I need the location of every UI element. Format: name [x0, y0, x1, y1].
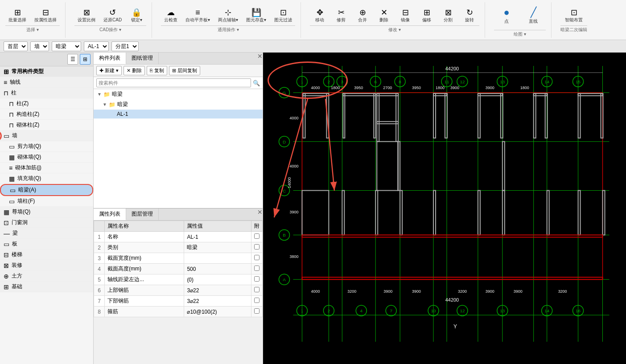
modify-group-label: 修改 ▾: [310, 25, 479, 33]
row-extra-check[interactable]: [254, 298, 259, 303]
sidebar-item-column-z[interactable]: ⊓ 柱(Z): [0, 98, 93, 109]
auto-align-btn[interactable]: ≡ 自动平齐板▾: [182, 7, 213, 25]
sidebar-item-slab[interactable]: ▭ 板: [0, 239, 93, 249]
row-extra-check[interactable]: [254, 276, 259, 282]
row-extra: [251, 274, 263, 285]
sidebar-item-axis[interactable]: ≡ 轴线: [0, 77, 93, 88]
row-no: 4: [94, 264, 105, 274]
tree-arrow-child: ▼: [103, 102, 107, 107]
point-btn[interactable]: ● 点: [494, 2, 519, 29]
layer-select[interactable]: 分层1分层2: [111, 41, 139, 51]
search-icon[interactable]: 🔍: [253, 80, 260, 86]
table-row: 7 下部钢筋 3⌀22: [94, 296, 263, 307]
tab-attribute-list[interactable]: 属性列表: [94, 209, 126, 220]
inter-floor-copy-btn[interactable]: ⊞ 层间复制: [169, 66, 200, 75]
sidebar-item-shear-wall[interactable]: ▭ 剪力墙(Q): [0, 141, 93, 152]
row-extra-check[interactable]: [254, 287, 259, 292]
row-extra-check[interactable]: [254, 308, 259, 314]
delete-btn[interactable]: ✕ 删除: [374, 7, 394, 25]
sidebar-list-view-btn[interactable]: ☰: [67, 54, 78, 65]
tree-item-al1[interactable]: ▶ AL-1: [94, 110, 263, 119]
type-select[interactable]: 墙柱梁板: [30, 41, 49, 51]
copy-component-btn[interactable]: ⎘ 复制: [147, 66, 167, 75]
merge-btn[interactable]: ⊕ 合并: [353, 7, 372, 25]
rotate-icon: ↻: [466, 8, 473, 16]
cad-canvas[interactable]: 44200 1 2 3 6 8 11 12 13 14 15 4000 1800: [263, 53, 626, 364]
element-select[interactable]: 暗梁连梁剪力墙: [52, 41, 81, 51]
row-value[interactable]: AL-1: [184, 232, 251, 242]
trim-btn[interactable]: ✂ 修剪: [331, 7, 351, 25]
fill-wall-icon: ▦: [9, 175, 15, 182]
row-extra-check[interactable]: [254, 266, 259, 271]
dunwall-icon: ▦: [4, 209, 9, 216]
row-value[interactable]: 500: [184, 264, 251, 274]
tab-layer-mgmt[interactable]: 图层管理: [126, 209, 159, 220]
row-no: 8: [94, 307, 105, 317]
sidebar-grid-view-btn[interactable]: ⊞: [80, 54, 91, 65]
row-no: 5: [94, 274, 105, 285]
rotate-btn[interactable]: ↻ 旋转: [460, 7, 479, 25]
sidebar-item-wallcol[interactable]: ▭ 墙柱(F): [0, 196, 93, 207]
tree-item-anliang-child[interactable]: ▼ 📁 暗梁: [94, 99, 263, 110]
tree-item-anliang-root[interactable]: ▼ 📁 暗梁: [94, 89, 263, 99]
new-component-btn[interactable]: ✚ 新建 ▾: [96, 66, 122, 75]
attr-select-btn[interactable]: ⊟ 按属性选择: [31, 7, 60, 25]
code-select[interactable]: AL-1AL-2AL-3: [84, 41, 109, 51]
lock-btn[interactable]: 🔒 锁定▾: [127, 7, 146, 25]
row-value[interactable]: 3⌀22: [184, 296, 251, 307]
attribute-table: 属性名称 属性值 附 1 名称 AL-1 2 类别 暗梁 3 截面宽度(mm): [94, 221, 263, 317]
svg-text:C: C: [283, 188, 286, 193]
save-element-btn[interactable]: 💾 图元存盘▾: [243, 7, 269, 25]
sidebar-item-beam[interactable]: — 梁: [0, 228, 93, 239]
comp-list-close-btn[interactable]: ✕: [257, 53, 263, 64]
sidebar-item-gzhu[interactable]: ⊓ 构造柱(Z): [0, 109, 93, 120]
sidebar-item-fill-wall[interactable]: ▦ 填充墙(Q): [0, 173, 93, 184]
table-row: 5 轴线距梁左边... (0): [94, 274, 263, 285]
tab-drawing-mgmt[interactable]: 图纸管理: [126, 53, 159, 64]
two-point-btn[interactable]: ⊹ 两点辅轴▾: [215, 7, 241, 25]
mirror-btn[interactable]: ⊟ 镜像: [395, 7, 415, 25]
smart-layout-btn[interactable]: ⊡ 智能布置: [562, 7, 586, 25]
move-btn[interactable]: ✥ 移动: [310, 7, 329, 25]
restore-cad-btn[interactable]: ↺ 还原CAD: [100, 7, 125, 25]
row-extra: [251, 232, 263, 242]
delete-component-btn[interactable]: ✕ 删除: [124, 66, 145, 75]
sidebar-item-dunwall[interactable]: ▦ 尊墙(Q): [0, 207, 93, 217]
row-value[interactable]: 暗梁: [184, 242, 251, 253]
sidebar-item-masonry-wall[interactable]: ▦ 砌体墙(Q): [0, 152, 93, 163]
row-extra-check[interactable]: [254, 233, 259, 239]
sidebar-item-qtzhu[interactable]: ⊓ 砌体柱(Z): [0, 120, 93, 131]
sidebar-item-masonry-rebar[interactable]: ≡ 砌体加筋(j): [0, 163, 93, 173]
offset-btn[interactable]: ⊞ 偏移: [417, 7, 437, 25]
cloud-check-btn[interactable]: ☁ 云检查: [161, 7, 181, 25]
sidebar-item-decoration[interactable]: ⊠ 装修: [0, 260, 93, 271]
tab-component-list[interactable]: 构件列表: [94, 53, 126, 64]
common-types-icon: ⊞: [4, 68, 9, 75]
line-btn[interactable]: ╱ 直线: [521, 2, 546, 29]
row-extra-check[interactable]: [254, 244, 259, 249]
batch-select-btn[interactable]: ⊞ 批量选择: [5, 7, 29, 25]
row-value[interactable]: (0): [184, 274, 251, 285]
sidebar-item-stair[interactable]: ⊟ 楼梯: [0, 249, 93, 260]
attr-panel-close-btn[interactable]: ✕: [257, 209, 263, 220]
search-input[interactable]: [96, 78, 251, 87]
set-scale-btn[interactable]: ⊠ 设置比例: [74, 7, 99, 25]
filter-btn[interactable]: ⊡ 图元过滤: [271, 7, 295, 25]
sidebar-item-common-types[interactable]: ⊞ 常用构件类型: [0, 66, 93, 77]
sidebar-item-column-section[interactable]: ⊓ 柱: [0, 88, 93, 98]
masonry-wall-icon: ▦: [9, 154, 15, 161]
sidebar-item-earth[interactable]: ⊕ 土方: [0, 271, 93, 282]
row-extra: [251, 242, 263, 253]
sidebar-item-wall-section[interactable]: ▭ 墙: [0, 131, 93, 141]
row-value[interactable]: ⌀10@100(2): [184, 307, 251, 317]
floor-select[interactable]: 首层二层三层: [4, 41, 28, 51]
row-extra-check[interactable]: [254, 255, 259, 260]
sidebar-item-anliang[interactable]: ▭ 暗梁(A): [0, 184, 93, 196]
row-value[interactable]: 3⌀22: [184, 285, 251, 296]
sidebar-item-opening[interactable]: ⊡ 门窗洞: [0, 217, 93, 228]
row-no: 2: [94, 242, 105, 253]
row-value[interactable]: [184, 253, 251, 264]
split-btn[interactable]: ⊠ 分割: [438, 7, 458, 25]
sidebar-item-foundation[interactable]: ⊞ 基础: [0, 282, 93, 292]
sidebar-beam-label: 梁: [12, 229, 18, 237]
